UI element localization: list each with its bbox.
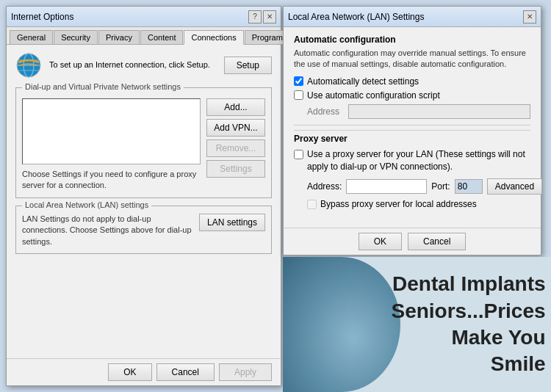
- separator: [294, 125, 530, 126]
- add-button[interactable]: Add...: [206, 98, 265, 116]
- ad-line2: Seniors...Prices: [391, 298, 545, 324]
- bypass-row: Bypass proxy server for local addresses: [307, 199, 530, 209]
- dialup-list-area: Choose Settings if you need to configure…: [22, 98, 201, 192]
- proxy-address-input[interactable]: [346, 179, 427, 194]
- address-input[interactable]: [348, 104, 530, 119]
- lan-section-title: Local Area Network (LAN) settings: [22, 200, 151, 209]
- proxy-header: Proxy server: [294, 130, 530, 144]
- setup-button[interactable]: Setup: [224, 57, 272, 74]
- tab-connections[interactable]: Connections: [184, 30, 243, 45]
- use-script-row: Use automatic configuration script: [294, 90, 530, 101]
- ad-line1: Dental Implants: [391, 271, 545, 297]
- lan-settings-button[interactable]: LAN settings: [199, 214, 265, 231]
- tab-general[interactable]: General: [10, 30, 53, 44]
- lan-cancel-button[interactable]: Cancel: [408, 233, 466, 250]
- proxy-address-label: Address:: [307, 181, 342, 192]
- lan-titlebar: Local Area Network (LAN) Settings ✕: [284, 7, 541, 27]
- lan-ok-button[interactable]: OK: [359, 233, 402, 250]
- address-row: Address: [307, 104, 530, 119]
- dialup-side-buttons: Add... Add VPN... Remove... Settings: [206, 98, 265, 192]
- apply-button[interactable]: Apply: [219, 363, 272, 381]
- lan-settings-dialog: Local Area Network (LAN) Settings ✕ Auto…: [283, 6, 541, 255]
- list-section: Choose Settings if you need to configure…: [22, 98, 265, 192]
- titlebar-buttons: ? ✕: [248, 10, 276, 23]
- use-proxy-label: Use a proxy server for your LAN (These s…: [307, 148, 530, 173]
- dialup-listbox[interactable]: [22, 98, 201, 164]
- internet-options-titlebar: Internet Options ? ✕: [7, 7, 281, 27]
- tab-security[interactable]: Security: [54, 30, 98, 44]
- auto-detect-label: Automatically detect settings: [307, 76, 419, 87]
- ie-icon: [15, 52, 42, 79]
- settings-button[interactable]: Settings: [206, 160, 265, 178]
- use-proxy-checkbox[interactable]: [294, 150, 303, 159]
- remove-button[interactable]: Remove...: [206, 139, 265, 157]
- tab-privacy[interactable]: Privacy: [98, 30, 140, 44]
- lan-content: LAN Settings do not apply to dial-up con…: [22, 214, 265, 247]
- dialup-group: Dial-up and Virtual Private Network sett…: [15, 87, 272, 198]
- dialup-content: Choose Settings if you need to configure…: [16, 88, 271, 197]
- bypass-proxy-checkbox[interactable]: [307, 200, 317, 209]
- internet-setup-text: To set up an Internet connection, click …: [49, 59, 217, 70]
- auto-detect-row: Automatically detect settings: [294, 76, 530, 87]
- ad-line3: Make You Smile: [391, 324, 545, 378]
- internet-section: To set up an Internet connection, click …: [15, 52, 272, 79]
- proxy-port-input[interactable]: [455, 179, 483, 194]
- auto-detect-checkbox[interactable]: [294, 76, 303, 86]
- internet-options-dialog: Internet Options ? ✕ General Security Pr…: [6, 6, 281, 386]
- bypass-label: Bypass proxy server for local addresses: [320, 199, 477, 209]
- lan-close-button[interactable]: ✕: [523, 10, 536, 23]
- help-button[interactable]: ?: [248, 10, 262, 23]
- internet-options-footer: OK Cancel Apply: [7, 358, 281, 385]
- ad-background: [283, 257, 400, 392]
- lan-titlebar-buttons: ✕: [523, 10, 536, 23]
- proxy-addr-row: Address: Port: Advanced: [307, 178, 530, 195]
- advanced-button[interactable]: Advanced: [487, 178, 542, 195]
- internet-options-title: Internet Options: [11, 12, 73, 22]
- dialup-helper: Choose Settings if you need to configure…: [22, 169, 201, 192]
- cancel-button[interactable]: Cancel: [156, 363, 215, 381]
- dialog-content: To set up an Internet connection, click …: [7, 45, 281, 261]
- auto-config-desc: Automatic configuration may override man…: [294, 48, 530, 70]
- tabs-bar: General Security Privacy Content Connect…: [7, 27, 281, 45]
- use-script-checkbox[interactable]: [294, 90, 303, 100]
- close-button[interactable]: ✕: [263, 10, 276, 23]
- address-label: Address: [307, 106, 344, 117]
- lan-footer: OK Cancel: [284, 228, 541, 255]
- ad-area: Dental Implants Seniors...Prices Make Yo…: [283, 257, 551, 392]
- ok-button[interactable]: OK: [108, 363, 151, 381]
- proxy-port-label: Port:: [431, 181, 450, 192]
- lan-dialog-title: Local Area Network (LAN) Settings: [288, 12, 424, 22]
- lan-dialog-content: Automatic configuration Automatic config…: [284, 27, 541, 220]
- auto-config-header: Automatic configuration: [294, 35, 530, 45]
- tab-content[interactable]: Content: [140, 30, 184, 44]
- dialup-title: Dial-up and Virtual Private Network sett…: [22, 82, 184, 91]
- ad-text: Dental Implants Seniors...Prices Make Yo…: [385, 265, 551, 384]
- lan-text: LAN Settings do not apply to dial-up con…: [22, 214, 193, 247]
- proxy-checkbox-row: Use a proxy server for your LAN (These s…: [294, 148, 530, 173]
- lan-section: Local Area Network (LAN) settings LAN Se…: [15, 206, 272, 254]
- use-script-label: Use automatic configuration script: [307, 90, 440, 101]
- add-vpn-button[interactable]: Add VPN...: [206, 119, 265, 137]
